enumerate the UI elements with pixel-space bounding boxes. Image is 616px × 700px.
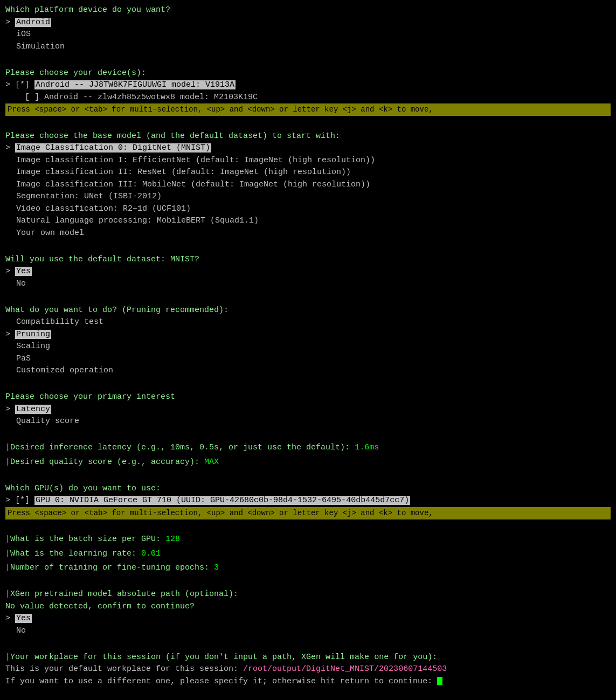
latency-section: |Desired inference latency (e.g., 10ms, … [5, 442, 611, 454]
platform-option-android[interactable]: > Android [5, 17, 611, 29]
epochs-prompt: |Number of training or fine-tuning epoch… [5, 562, 611, 574]
base-model-option-1[interactable]: Image classification I: EfficientNet (de… [5, 155, 611, 167]
batch-size-section: |What is the batch size per GPU: 128 [5, 533, 611, 546]
task-option-pruning[interactable]: > Pruning [5, 329, 611, 341]
platform-option-simulation[interactable]: Simulation [5, 41, 611, 53]
platform-option-ios[interactable]: iOS [5, 29, 611, 41]
base-model-option-7[interactable]: Your own model [5, 227, 611, 240]
xgen-option-no[interactable]: No [5, 625, 611, 637]
xgen-path-section: |XGen pretrained model absolute path (op… [5, 588, 611, 637]
default-dataset-section: Will you use the default dataset: MNIST?… [5, 254, 611, 290]
base-model-option-5[interactable]: Video classification: R2+1d (UCF101) [5, 203, 611, 216]
devices-option-1[interactable]: > [*] Android -- JJ8TW8K7FIGUUWGI model:… [5, 79, 611, 92]
gpu-option-1[interactable]: > [*] GPU 0: NVIDIA GeForce GT 710 (UUID… [5, 495, 611, 507]
base-model-option-4[interactable]: Segmentation: UNet (ISBI-2012) [5, 191, 611, 203]
workplace-section: |Your workplace for this session (if you… [5, 652, 611, 688]
quality-section: |Desired quality score (e.g., accuracy):… [5, 456, 611, 469]
devices-option-2[interactable]: [ ] Android -- zlw4zh85z5wotwx8 model: M… [5, 92, 611, 104]
task-section: What do you want to do? (Pruning recomme… [5, 304, 611, 377]
xgen-confirm-label: No value detected, confirm to continue? [5, 601, 611, 613]
base-model-option-6[interactable]: Natural language processing: MobileBERT … [5, 215, 611, 227]
task-question: What do you want to do? (Pruning recomme… [5, 304, 611, 317]
task-option-compatibility[interactable]: Compatibility test [5, 316, 611, 329]
primary-interest-option-quality[interactable]: Quality score [5, 415, 611, 428]
primary-interest-option-latency[interactable]: > Latency [5, 404, 611, 416]
workplace-line2: This is your default workplace for this … [5, 663, 611, 676]
base-model-option-2[interactable]: Image classification II: ResNet (default… [5, 167, 611, 179]
task-option-customized[interactable]: Customized operation [5, 365, 611, 377]
quality-prompt: |Desired quality score (e.g., accuracy):… [5, 456, 611, 469]
workplace-line1: |Your workplace for this session (if you… [5, 652, 611, 664]
latency-prompt: |Desired inference latency (e.g., 10ms, … [5, 442, 611, 454]
primary-interest-section: Please choose your primary interest > La… [5, 391, 611, 428]
cursor-blink [437, 677, 442, 685]
default-dataset-option-no[interactable]: No [5, 278, 611, 290]
base-model-question: Please choose the base model (and the de… [5, 130, 611, 143]
xgen-path-prompt: |XGen pretrained model absolute path (op… [5, 588, 611, 601]
base-model-option-0[interactable]: > Image Classification 0: DigitNet (MNIS… [5, 142, 611, 155]
batch-size-prompt: |What is the batch size per GPU: 128 [5, 533, 611, 546]
devices-section: Please choose your device(s): > [*] Andr… [5, 67, 611, 116]
task-option-pas[interactable]: PaS [5, 353, 611, 365]
platform-question: Which platform device do you want? [5, 4, 611, 17]
devices-status-bar: Press <space> or <tab> for multi-selecti… [5, 103, 611, 116]
base-model-option-3[interactable]: Image classification III: MobileNet (def… [5, 179, 611, 191]
gpu-section: Which GPU(s) do you want to use: > [*] G… [5, 483, 611, 519]
primary-interest-question: Please choose your primary interest [5, 391, 611, 404]
xgen-option-yes[interactable]: > Yes [5, 613, 611, 625]
default-dataset-option-yes[interactable]: > Yes [5, 266, 611, 278]
base-model-section: Please choose the base model (and the de… [5, 130, 611, 240]
learning-rate-prompt: |What is the learning rate: 0.01 [5, 548, 611, 560]
gpu-status-bar: Press <space> or <tab> for multi-selecti… [5, 507, 611, 519]
task-option-scaling[interactable]: Scaling [5, 341, 611, 353]
default-dataset-question: Will you use the default dataset: MNIST? [5, 254, 611, 266]
devices-question: Please choose your device(s): [5, 67, 611, 80]
gpu-question: Which GPU(s) do you want to use: [5, 483, 611, 495]
workplace-line3: If you want to use a different one, plea… [5, 676, 611, 688]
learning-rate-section: |What is the learning rate: 0.01 [5, 548, 611, 560]
epochs-section: |Number of training or fine-tuning epoch… [5, 562, 611, 574]
platform-section: Which platform device do you want? > And… [5, 4, 611, 53]
